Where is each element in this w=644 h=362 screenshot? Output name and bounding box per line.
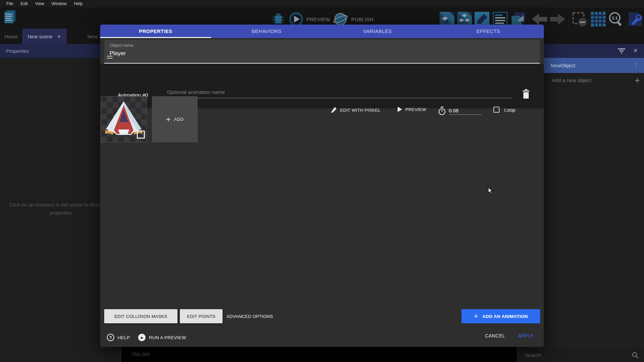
help-button[interactable]: ? HELP [107, 333, 130, 342]
object-editor-dialog: PROPERTIES BEHAVIORS VARIABLES EFFECTS O… [100, 25, 544, 347]
tab-variables[interactable]: VARIABLES [322, 25, 433, 38]
play-circle-icon: ▶ [138, 334, 146, 341]
add-animation-button[interactable]: + ADD AN ANIMATION [461, 309, 540, 323]
objects-search-bar [517, 348, 644, 362]
time-between-frames-field [438, 107, 482, 115]
deselect-icon[interactable] [572, 12, 588, 27]
tab-home-label: Home [4, 34, 18, 39]
apply-button[interactable]: APPLY [518, 333, 534, 338]
menu-help[interactable]: Help [70, 1, 86, 6]
time-between-frames-input[interactable] [449, 108, 482, 115]
add-object-plus-icon[interactable]: + [635, 75, 640, 86]
zoom-actual-icon[interactable]: 1:1 [608, 12, 624, 27]
add-frame-button[interactable]: + ADD [152, 96, 198, 142]
edit-collision-masks-button[interactable]: EDIT COLLISION MASKS [104, 309, 177, 323]
object-name-field: Object name [104, 40, 540, 64]
add-object-label: Add a new object [552, 77, 592, 83]
timer-icon [438, 107, 446, 115]
frame-select-checkbox[interactable] [137, 131, 145, 139]
brush-icon [331, 107, 337, 113]
tab-behaviors[interactable]: BEHAVIORS [211, 25, 322, 38]
edit-points-button[interactable]: EDIT POINTS [180, 309, 223, 323]
menu-file[interactable]: File [3, 1, 17, 6]
tab-effects[interactable]: EFFECTS [433, 25, 544, 38]
preview-label: PREVIEW [306, 16, 330, 22]
menu-window[interactable]: Window [48, 1, 70, 6]
drag-handle-icon[interactable] [107, 56, 113, 60]
delete-animation-icon[interactable] [522, 89, 530, 99]
app-window: File Edit View Window Help PREVI [0, 0, 644, 362]
menu-view[interactable]: View [32, 1, 48, 6]
undo-icon[interactable] [532, 13, 548, 26]
svg-text:1:1: 1:1 [612, 16, 618, 21]
publish-label: PUBLISH [351, 16, 373, 22]
preview-button[interactable]: PREVIEW [289, 12, 330, 26]
debug-icon[interactable] [271, 12, 286, 26]
redo-icon[interactable] [549, 13, 565, 26]
object-name-input[interactable] [110, 50, 533, 57]
tab-new-scene[interactable]: New scene ✕ [22, 29, 67, 44]
dialog-tab-bar: PROPERTIES BEHAVIORS VARIABLES EFFECTS [100, 25, 544, 38]
tab-properties[interactable]: PROPERTIES [100, 25, 211, 38]
search-input[interactable] [517, 348, 644, 362]
preview-animation-button[interactable]: PREVIEW [398, 107, 426, 112]
tab-home[interactable]: Home [0, 29, 22, 44]
plus-icon: + [474, 312, 478, 321]
run-preview-button[interactable]: ▶ RUN A PREVIEW [138, 333, 186, 342]
loop-checkbox[interactable] [493, 107, 499, 113]
properties-panel-title: Properties [6, 48, 29, 54]
tab-next-scene[interactable]: New scene [82, 29, 99, 44]
close-panel-icon[interactable]: ✕ [633, 47, 638, 54]
search-icon [632, 352, 639, 359]
animation-name-input[interactable] [167, 89, 512, 98]
cancel-button[interactable]: CANCEL [485, 333, 505, 338]
preview-play-icon [289, 12, 303, 26]
cursor-coordinates: 758;260 [131, 351, 150, 357]
tab-close-icon[interactable]: ✕ [57, 34, 61, 39]
filter-icon[interactable] [618, 48, 625, 54]
menu-bar: File Edit View Window Help [0, 0, 644, 7]
advanced-options-button[interactable]: ADVANCED OPTIONS [227, 309, 273, 323]
object-name-label: NewObject [551, 63, 575, 68]
tab-next-label: New scene [87, 34, 99, 39]
object-menu-icon[interactable]: ⋮ [633, 62, 639, 69]
edit-with-piskel-button[interactable]: EDIT WITH PISKEL [331, 107, 380, 113]
scene-settings-wrench-icon[interactable] [628, 12, 643, 27]
play-icon [398, 107, 402, 112]
project-manager-icon[interactable] [3, 9, 17, 25]
help-icon: ? [107, 334, 114, 341]
active-tab-indicator [100, 37, 211, 38]
loop-toggle[interactable]: Loop [493, 107, 515, 113]
menu-edit[interactable]: Edit [17, 1, 32, 6]
plus-icon: + [166, 115, 171, 124]
tab-new-scene-label: New scene [28, 34, 52, 39]
grid-icon[interactable] [591, 12, 606, 27]
mouse-cursor [488, 187, 493, 194]
object-name-field-label: Object name [110, 43, 133, 48]
